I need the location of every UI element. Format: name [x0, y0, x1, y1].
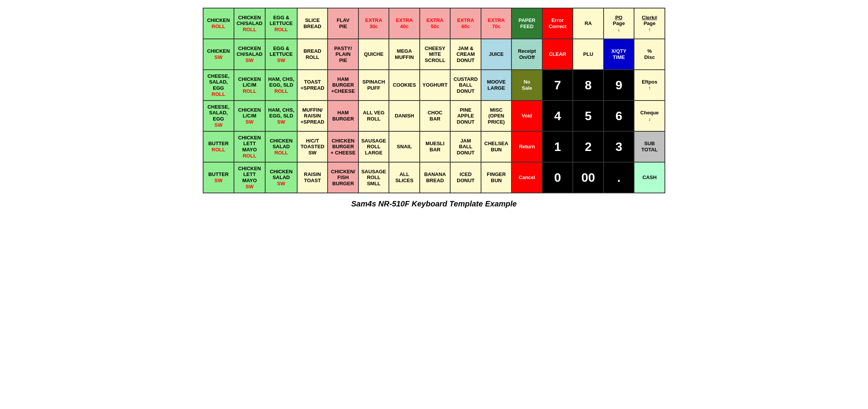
- cell-r5-c5[interactable]: SAUSAGEROLLSMLL: [358, 162, 389, 193]
- cell-r1-c12[interactable]: PLU: [573, 39, 604, 70]
- cell-r5-c3[interactable]: RAISINTOAST: [297, 162, 328, 193]
- cell-r5-c14[interactable]: CASH: [634, 162, 665, 193]
- cell-r3-c0[interactable]: CHEESE,SALAD,EGG SW: [203, 101, 234, 131]
- cell-r2-c13[interactable]: 9: [604, 70, 634, 101]
- cell-r0-c6[interactable]: EXTRA40c: [389, 8, 420, 39]
- cell-r5-c10[interactable]: Cancel: [511, 162, 542, 193]
- cell-r2-c7[interactable]: YOGHURT: [420, 70, 451, 101]
- cell-r2-c4[interactable]: HAMBURGER+CHEESE: [328, 70, 358, 101]
- cell-r3-c5[interactable]: ALL VEGROLL: [358, 101, 389, 131]
- cell-r2-c6[interactable]: COOKIES: [389, 70, 420, 101]
- cell-r0-c7[interactable]: EXTRA50c: [420, 8, 451, 39]
- cell-r4-c12[interactable]: 2: [573, 131, 604, 162]
- cell-r2-c14[interactable]: Eftpos↑: [634, 70, 665, 101]
- cell-r2-c2[interactable]: HAM, CHS,EGG, SLDROLL: [265, 70, 297, 101]
- cell-r5-c11[interactable]: 0: [542, 162, 573, 193]
- cell-r1-c5[interactable]: QUICHE: [358, 39, 389, 70]
- cell-r4-c13[interactable]: 3: [604, 131, 634, 162]
- cell-r3-c9[interactable]: MISC(OPENPRICE): [481, 101, 512, 131]
- cell-r5-c0[interactable]: BUTTERSW: [203, 162, 234, 193]
- cell-r3-c2[interactable]: HAM, CHS,EGG, SLDSW: [265, 101, 297, 131]
- cell-r3-c12[interactable]: 5: [573, 101, 604, 131]
- cell-r4-c6[interactable]: SNAIL: [389, 131, 420, 162]
- cell-r4-c14[interactable]: SUBTOTAL: [634, 131, 665, 162]
- cell-r4-c4[interactable]: CHICKENBURGER+ CHEESE: [328, 131, 358, 162]
- cell-r3-c13[interactable]: 6: [604, 101, 634, 131]
- cell-r0-c10[interactable]: PAPERFEED: [511, 8, 542, 39]
- cell-r5-c6[interactable]: ALLSLICES: [389, 162, 420, 193]
- cell-r1-c7[interactable]: CHEESYMITESCROLL: [420, 39, 451, 70]
- cell-r1-c9[interactable]: JUICE: [481, 39, 512, 70]
- cell-r0-c9[interactable]: EXTRA70c: [481, 8, 512, 39]
- cell-r5-c12[interactable]: 00: [573, 162, 604, 193]
- cell-r1-c1[interactable]: CHICKENCH/SALADSW: [234, 39, 266, 70]
- cell-r1-c3[interactable]: BREADROLL: [297, 39, 328, 70]
- cell-r3-c7[interactable]: CHOCBAR: [420, 101, 451, 131]
- cell-r4-c7[interactable]: MUESLIBAR: [420, 131, 451, 162]
- cell-r4-c11[interactable]: 1: [542, 131, 573, 162]
- cell-r4-c3[interactable]: H/C/TTOASTEDSW: [297, 131, 328, 162]
- cell-r3-c6[interactable]: DANISH: [389, 101, 420, 131]
- cell-r4-c2[interactable]: CHICKENSALADROLL: [265, 131, 297, 162]
- cell-r0-c11[interactable]: ErrorCorrect: [542, 8, 573, 39]
- cell-r1-c11[interactable]: CLEAR: [542, 39, 573, 70]
- cell-r2-c1[interactable]: CHICKENL/C/MROLL: [234, 70, 266, 101]
- cell-r2-c9[interactable]: MOOVELARGE: [481, 70, 512, 101]
- cell-r1-c8[interactable]: JAM &CREAMDONUT: [450, 39, 481, 70]
- cell-r4-c5[interactable]: SAUSAGEROLLLARGE: [358, 131, 389, 162]
- cell-r0-c12[interactable]: RA: [573, 8, 604, 39]
- cell-r4-c9[interactable]: CHELSEABUN: [481, 131, 512, 162]
- cell-r1-c10[interactable]: ReceiptOn/Off: [511, 39, 542, 70]
- cell-r4-c0[interactable]: BUTTERROLL: [203, 131, 234, 162]
- cell-r0-c13[interactable]: POPage↓: [604, 8, 634, 39]
- cell-r2-c12[interactable]: 8: [573, 70, 604, 101]
- cell-r4-c10[interactable]: Return: [511, 131, 542, 162]
- cell-r3-c3[interactable]: MUFFIN/RAISIN+SPREAD: [297, 101, 328, 131]
- cell-r5-c1[interactable]: CHICKENLETTMAYO SW: [234, 162, 266, 193]
- cell-r3-c10[interactable]: Void: [511, 101, 542, 131]
- cell-r0-c0[interactable]: CHICKENROLL: [203, 8, 234, 39]
- cell-r0-c3[interactable]: SLICEBREAD: [297, 8, 328, 39]
- cell-r5-c2[interactable]: CHICKENSALADSW: [265, 162, 297, 193]
- cell-r0-c14[interactable]: Clerk#Page↑: [634, 8, 665, 39]
- cell-r5-c7[interactable]: BANANABREAD: [420, 162, 451, 193]
- keyboard-template: CHICKENROLLCHICKENCH/SALADROLLEGG &LETTU…: [203, 8, 665, 193]
- cell-r4-c8[interactable]: JAMBALLDONUT: [450, 131, 481, 162]
- cell-r1-c14[interactable]: %Disc: [634, 39, 665, 70]
- cell-r1-c0[interactable]: CHICKENSW: [203, 39, 234, 70]
- cell-r1-c4[interactable]: PASTY/PLAINPIE: [328, 39, 358, 70]
- cell-r1-c2[interactable]: EGG &LETTUCESW: [265, 39, 297, 70]
- cell-r4-c1[interactable]: CHICKENLETTMAYOROLL: [234, 131, 266, 162]
- cell-r3-c1[interactable]: CHICKENL/C/MSW: [234, 101, 266, 131]
- cell-r0-c1[interactable]: CHICKENCH/SALADROLL: [234, 8, 266, 39]
- cell-r3-c8[interactable]: PINEAPPLEDONUT: [450, 101, 481, 131]
- cell-r0-c2[interactable]: EGG &LETTUCEROLL: [265, 8, 297, 39]
- cell-r3-c11[interactable]: 4: [542, 101, 573, 131]
- cell-r5-c8[interactable]: ICEDDONUT: [450, 162, 481, 193]
- cell-r2-c5[interactable]: SPINACHPUFF: [358, 70, 389, 101]
- cell-r0-c4[interactable]: FLAVPIE: [328, 8, 358, 39]
- cell-r2-c0[interactable]: CHEESE,SALAD,EGG ROLL: [203, 70, 234, 101]
- page-title: Sam4s NR-510F Keyboard Template Example: [351, 199, 516, 208]
- cell-r0-c5[interactable]: EXTRA30c: [358, 8, 389, 39]
- cell-r3-c14[interactable]: Cheque↓: [634, 101, 665, 131]
- cell-r3-c4[interactable]: HAMBURGER: [328, 101, 358, 131]
- cell-r5-c9[interactable]: FINGERBUN: [481, 162, 512, 193]
- cell-r2-c3[interactable]: TOAST+SPREAD: [297, 70, 328, 101]
- cell-r0-c8[interactable]: EXTRA60c: [450, 8, 481, 39]
- cell-r2-c10[interactable]: NoSale: [511, 70, 542, 101]
- cell-r1-c13[interactable]: X/QTYTIME: [604, 39, 634, 70]
- cell-r5-c4[interactable]: CHICKEN/FISHBURGER: [328, 162, 358, 193]
- cell-r5-c13[interactable]: .: [604, 162, 634, 193]
- cell-r2-c11[interactable]: 7: [542, 70, 573, 101]
- cell-r1-c6[interactable]: MEGAMUFFIN: [389, 39, 420, 70]
- cell-r2-c8[interactable]: CUSTARDBALLDONUT: [450, 70, 481, 101]
